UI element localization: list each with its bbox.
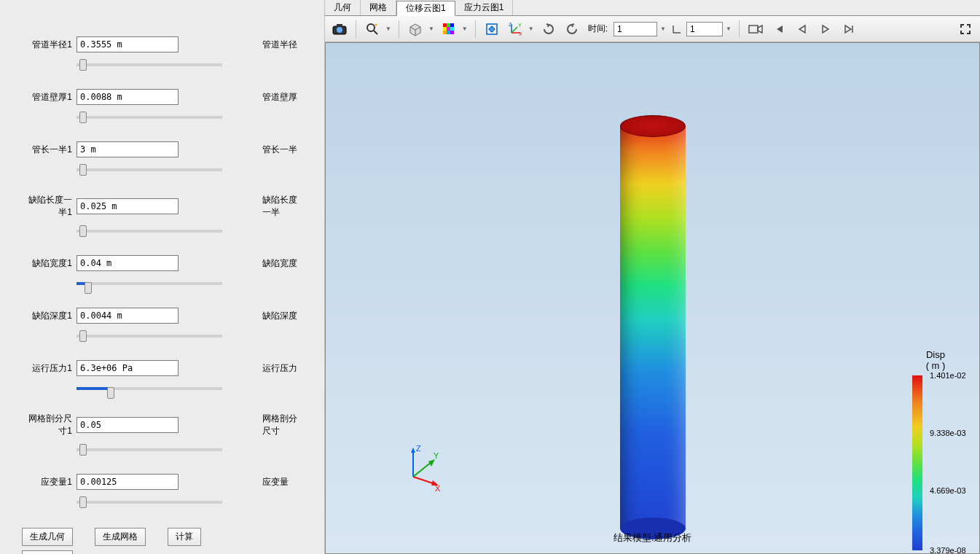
- svg-line-17: [511, 27, 517, 33]
- param-label: 管道壁厚1: [22, 91, 77, 104]
- right-panel: 几何网格位移云图1应力云图1 ▼ ▼ ▼ ZYX ▼ 时间: ▼ ▼: [324, 0, 980, 554]
- axes-dropdown-icon[interactable]: ▼: [527, 23, 536, 35]
- viewport-toolbar: ▼ ▼ ▼ ZYX ▼ 时间: ▼ ▼: [325, 16, 980, 42]
- next-frame-icon[interactable]: [839, 19, 859, 39]
- svg-rect-6: [447, 23, 450, 27]
- param-slider-7[interactable]: [77, 448, 222, 451]
- param-label: 运行压力1: [22, 362, 77, 375]
- param-input-7[interactable]: [77, 417, 179, 433]
- time2-dropdown-icon[interactable]: ▼: [724, 23, 733, 35]
- param-label: 网格剖分尺寸1: [22, 413, 77, 437]
- svg-rect-5: [443, 23, 447, 27]
- svg-line-24: [413, 462, 431, 477]
- svg-rect-1: [337, 24, 342, 27]
- param-slider-8[interactable]: [77, 501, 222, 504]
- view-tabs: 几何网格位移云图1应力云图1: [325, 0, 980, 16]
- param-slider-1[interactable]: [77, 116, 222, 119]
- axes-icon[interactable]: ZYX: [505, 19, 525, 39]
- svg-text:Z: Z: [416, 444, 421, 453]
- param-input-3[interactable]: [77, 198, 179, 214]
- param-row-3: 缺陷长度一半1缺陷长度一半: [22, 194, 302, 219]
- legend-tick: 3.379e-08: [930, 546, 966, 554]
- color-legend: Disp ( m ) 1.401e-029.338e-034.669e-033.…: [906, 349, 965, 550]
- param-desc: 网格剖分尺寸: [262, 413, 302, 437]
- svg-rect-13: [450, 31, 454, 34]
- param-slider-4[interactable]: [77, 282, 222, 285]
- calculate-button[interactable]: 计算: [168, 528, 201, 546]
- param-input-8[interactable]: [77, 474, 179, 490]
- param-row-4: 缺陷宽度1缺陷宽度: [22, 255, 302, 271]
- generate-geometry-button[interactable]: 生成几何: [22, 528, 73, 546]
- screenshot-icon[interactable]: [329, 19, 350, 39]
- param-input-0[interactable]: [77, 36, 179, 52]
- svg-rect-21: [749, 26, 758, 33]
- time1-dropdown-icon[interactable]: ▼: [659, 23, 667, 35]
- rubiks-cube-icon[interactable]: [439, 19, 459, 39]
- param-input-1[interactable]: [77, 89, 179, 105]
- time-value-1-input[interactable]: [614, 22, 657, 36]
- angle-icon[interactable]: [670, 19, 683, 39]
- fullscreen-icon[interactable]: [955, 19, 976, 39]
- prev-frame-icon[interactable]: [792, 19, 812, 39]
- svg-text:X: X: [435, 484, 441, 493]
- param-row-1: 管道壁厚1管道壁厚: [22, 89, 302, 105]
- svg-line-23: [413, 477, 435, 484]
- svg-text:Y: Y: [434, 451, 439, 460]
- 3d-viewport[interactable]: Z Y X 结果模型:通用分析 Disp ( m ) 1.401e-029.33…: [325, 42, 980, 554]
- first-frame-icon[interactable]: [769, 19, 789, 39]
- param-row-7: 网格剖分尺寸1网格剖分尺寸: [22, 413, 302, 437]
- param-desc: 运行压力: [262, 362, 297, 375]
- tab-1[interactable]: 网格: [361, 0, 396, 15]
- param-slider-0[interactable]: [77, 63, 222, 66]
- play-icon[interactable]: [815, 19, 836, 39]
- param-label: 管道半径1: [22, 39, 77, 51]
- rotate-ccw-icon[interactable]: [562, 19, 582, 39]
- param-input-6[interactable]: [77, 360, 179, 376]
- pan-icon[interactable]: [482, 19, 502, 39]
- param-desc: 管长一半: [262, 144, 297, 156]
- param-desc: 应变量: [262, 476, 289, 488]
- legend-tick: 9.338e-03: [930, 429, 966, 437]
- zoom-dropdown-icon[interactable]: ▼: [384, 23, 393, 35]
- param-desc: 管道半径: [262, 39, 297, 51]
- svg-rect-10: [450, 27, 454, 31]
- param-slider-3[interactable]: [77, 230, 222, 233]
- camera-icon[interactable]: [745, 19, 766, 39]
- axis-triad: Z Y X: [399, 444, 442, 488]
- param-slider-6[interactable]: [77, 387, 222, 390]
- param-desc: 缺陷长度一半: [262, 194, 302, 219]
- tab-2[interactable]: 位移云图1: [396, 1, 455, 16]
- box-dropdown-icon[interactable]: ▼: [427, 23, 436, 35]
- rotate-cw-icon[interactable]: [538, 19, 559, 39]
- param-desc: 缺陷宽度: [262, 257, 297, 270]
- tab-3[interactable]: 应力云图1: [455, 0, 514, 15]
- legend-title-2: ( m ): [906, 360, 965, 371]
- param-slider-2[interactable]: [77, 168, 222, 171]
- param-label: 管长一半1: [22, 144, 77, 156]
- parameter-panel: 管道半径1管道半径管道壁厚1管道壁厚管长一半1管长一半缺陷长度一半1缺陷长度一半…: [0, 0, 324, 554]
- generate-mesh-button[interactable]: 生成网格: [95, 528, 146, 546]
- tab-0[interactable]: 几何: [325, 0, 361, 15]
- zoom-icon[interactable]: [362, 19, 383, 39]
- param-input-4[interactable]: [77, 255, 179, 271]
- param-slider-5[interactable]: [77, 335, 222, 338]
- param-label: 应变量1: [22, 476, 77, 488]
- param-input-5[interactable]: [77, 308, 179, 324]
- legend-tick: 4.669e-03: [930, 486, 966, 495]
- param-input-2[interactable]: [77, 141, 179, 157]
- time-value-2-input[interactable]: [686, 22, 723, 36]
- result-title: 结果模型:通用分析: [614, 531, 692, 545]
- param-label: 缺陷深度1: [22, 310, 77, 322]
- box-icon[interactable]: [405, 19, 426, 39]
- svg-rect-12: [447, 31, 450, 34]
- param-row-0: 管道半径1管道半径: [22, 36, 302, 52]
- param-desc: 管道壁厚: [262, 91, 297, 104]
- svg-text:X: X: [519, 31, 522, 36]
- svg-text:Y: Y: [518, 23, 522, 28]
- param-row-2: 管长一半1管长一半: [22, 141, 302, 157]
- cube-dropdown-icon[interactable]: ▼: [460, 23, 469, 35]
- svg-rect-9: [447, 27, 450, 31]
- param-row-5: 缺陷深度1缺陷深度: [22, 308, 302, 324]
- param-row-6: 运行压力1运行压力: [22, 360, 302, 376]
- clear-geometry-button[interactable]: 清除几何: [22, 550, 73, 554]
